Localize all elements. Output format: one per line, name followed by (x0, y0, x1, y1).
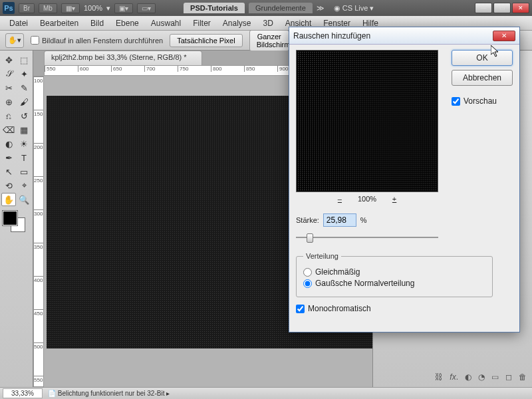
workspace-tab-2[interactable]: Grundelemente (249, 3, 313, 13)
preview-checkbox[interactable]: Vorschau (452, 96, 513, 106)
gradient-tool[interactable]: ▦ (17, 123, 31, 136)
menu-bearbeiten[interactable]: Bearbeiten (35, 17, 84, 29)
window-minimize[interactable]: — (475, 3, 492, 13)
wand-tool[interactable]: ✦ (17, 67, 31, 80)
adjustment-icon[interactable]: ◔ (478, 372, 485, 382)
menu-analyse[interactable]: Analyse (217, 17, 257, 29)
menu-filter[interactable]: Filter (188, 17, 216, 29)
folder-icon[interactable]: ▭ (491, 372, 499, 382)
screen-mode-button[interactable]: ▭▾ (137, 3, 156, 13)
workspace-more[interactable]: ≫ (317, 4, 325, 13)
actual-pixels-button[interactable]: Tatsächliche Pixel (170, 34, 242, 47)
cslive-button[interactable]: CS Live (342, 4, 368, 12)
monochromatic-checkbox[interactable]: Monochromatisch (296, 304, 513, 313)
distribution-legend: Verteilung (303, 252, 341, 260)
history-brush-tool[interactable]: ↺ (17, 109, 31, 122)
ruler-vertical: 100150200250300350400450500550 (33, 76, 44, 387)
crop-tool[interactable]: ✂ (1, 81, 16, 94)
view-mode-button[interactable]: ▦▾ (61, 3, 80, 13)
status-bar: 33,33% 📄 Belichtung funktioniert nur bei… (0, 387, 532, 399)
heal-tool[interactable]: ⊕ (1, 95, 16, 108)
lasso-tool[interactable]: 𝒮 (1, 67, 16, 80)
zoom-out-button[interactable]: – (334, 195, 346, 203)
trash-icon[interactable]: 🗑 (519, 372, 527, 382)
shape-tool[interactable]: ▭ (17, 165, 31, 178)
stamp-tool[interactable]: ⎌ (1, 109, 16, 122)
uniform-radio[interactable]: Gleichmäßig (303, 267, 485, 277)
strength-unit: % (360, 216, 367, 224)
mask-icon[interactable]: ◐ (465, 372, 471, 382)
brush-tool[interactable]: 🖌 (17, 95, 31, 108)
monochromatic-label: Monochromatisch (308, 304, 371, 313)
color-swatch[interactable] (1, 211, 28, 235)
menu-datei[interactable]: Datei (4, 17, 33, 29)
scroll-all-checkbox[interactable]: Bildlauf in allen Fenstern durchführen (31, 36, 163, 45)
foreground-color[interactable] (3, 211, 17, 225)
strength-input[interactable] (323, 213, 356, 227)
marquee-tool[interactable]: ⬚ (17, 53, 31, 66)
move-tool[interactable]: ✥ (1, 53, 16, 66)
preview-zoom-label: 100% (358, 195, 376, 203)
eraser-tool[interactable]: ⌫ (1, 123, 16, 136)
menu-ebene[interactable]: Ebene (110, 17, 144, 29)
window-close[interactable]: ✕ (512, 3, 529, 13)
noise-preview[interactable] (296, 50, 438, 192)
add-noise-dialog: Rauschen hinzufügen ✕ – 100% + OK Abbrec… (289, 27, 520, 332)
3d-tool[interactable]: ⟲ (1, 179, 16, 192)
distribution-group: Verteilung Gleichmäßig Gaußsche Normalve… (296, 252, 493, 297)
type-tool[interactable]: T (17, 151, 31, 164)
dialog-title: Rauschen hinzufügen (293, 31, 370, 41)
ok-button[interactable]: OK (452, 50, 513, 66)
strength-label: Stärke: (296, 216, 319, 224)
strength-slider[interactable] (296, 232, 438, 243)
hand-tool[interactable]: ✋ (1, 193, 16, 206)
menu-auswahl[interactable]: Auswahl (146, 17, 186, 29)
fit-screen-button[interactable]: Ganzer Bildschirm (249, 30, 289, 51)
document-tab[interactable]: kplj2th2.bmp bei 33,3% (Sterne, RGB/8) * (44, 51, 202, 65)
uniform-label: Gleichmäßig (315, 267, 360, 277)
app-titlebar: Ps Br Mb ▦▾ 100%▾ ▣▾ ▭▾ PSD-Tutorials Gr… (0, 0, 532, 16)
path-tool[interactable]: ↖ (1, 165, 16, 178)
slider-thumb[interactable] (307, 233, 313, 243)
3d-camera-tool[interactable]: ⌖ (17, 179, 31, 192)
window-maximize[interactable]: ▭ (493, 3, 511, 13)
dodge-tool[interactable]: ☀ (17, 137, 31, 150)
arrange-button[interactable]: ▣▾ (114, 3, 133, 13)
cancel-button[interactable]: Abbrechen (452, 70, 513, 86)
titlebar-zoom[interactable]: 100% (84, 4, 102, 12)
scroll-all-label: Bildlauf in allen Fenstern durchführen (42, 37, 163, 45)
eyedropper-tool[interactable]: ✎ (17, 81, 31, 94)
gaussian-label: Gaußsche Normalverteilung (315, 279, 414, 288)
zoom-in-button[interactable]: + (388, 195, 400, 203)
dialog-close-button[interactable]: ✕ (493, 31, 515, 41)
menu-3d[interactable]: 3D (258, 17, 279, 29)
dialog-titlebar[interactable]: Rauschen hinzufügen ✕ (289, 27, 519, 45)
pen-tool[interactable]: ✒ (1, 151, 16, 164)
ps-logo: Ps (3, 2, 15, 14)
new-layer-icon[interactable]: ◻ (505, 372, 512, 382)
hand-tool-icon[interactable]: ✋▾ (5, 33, 24, 48)
blur-tool[interactable]: ◐ (1, 137, 16, 150)
bridge-button[interactable]: Br (19, 3, 35, 13)
fx-icon[interactable]: fx. (450, 372, 458, 382)
gaussian-radio[interactable]: Gaußsche Normalverteilung (303, 279, 485, 288)
toolbox: ✥⬚ 𝒮✦ ✂✎ ⊕🖌 ⎌↺ ⌫▦ ◐☀ ✒T ↖▭ ⟲⌖ ✋🔍 (0, 51, 33, 387)
status-zoom[interactable]: 33,33% (3, 388, 43, 398)
preview-checkbox-label: Vorschau (464, 96, 497, 106)
menu-bild[interactable]: Bild (85, 17, 109, 29)
link-icon[interactable]: ⛓ (435, 372, 443, 382)
zoom-tool[interactable]: 🔍 (17, 193, 31, 206)
minibridge-button[interactable]: Mb (39, 3, 57, 13)
workspace-tab-1[interactable]: PSD-Tutorials (184, 3, 245, 13)
status-message: 📄 Belichtung funktioniert nur bei 32-Bit… (48, 390, 170, 397)
